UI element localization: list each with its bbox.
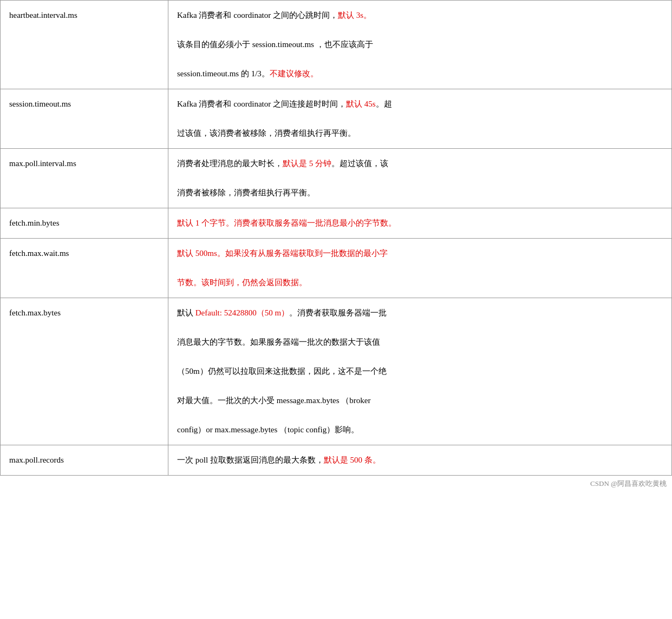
table-row: max.poll.records一次 poll 拉取数据返回消息的最大条数，默认…: [1, 445, 672, 476]
config-value-cell: Kafka 消费者和 coordinator 之间的心跳时间，默认 3s。该条目…: [168, 1, 672, 89]
table-row: fetch.max.bytes默认 Default: 52428800（50 m…: [1, 298, 672, 445]
config-value-cell: Kafka 消费者和 coordinator 之间连接超时时间，默认 45s。超…: [168, 89, 672, 149]
red-text: 默认是 500 条。: [324, 456, 381, 464]
red-text: 默认是 5 分钟: [283, 159, 331, 168]
config-value-cell: 一次 poll 拉取数据返回消息的最大条数，默认是 500 条。: [168, 445, 672, 476]
red-text: 默认 1 个字节。消费者获取服务器端一批消息最小的字节数。: [177, 219, 396, 227]
config-key-cell: max.poll.interval.ms: [1, 149, 168, 208]
red-text: 默认 45s: [346, 100, 376, 108]
table-row: fetch.max.wait.ms默认 500ms。如果没有从服务器端获取到一批…: [1, 239, 672, 298]
red-text: 默认 500ms。如果没有从服务器端获取到一批数据的最小字: [177, 249, 388, 258]
config-value-cell: 默认 500ms。如果没有从服务器端获取到一批数据的最小字节数。该时间到，仍然会…: [168, 239, 672, 298]
config-value-cell: 默认 Default: 52428800（50 m）。消费者获取服务器端一批消息…: [168, 298, 672, 445]
table-row: session.timeout.msKafka 消费者和 coordinator…: [1, 89, 672, 149]
config-value-cell: 默认 1 个字节。消费者获取服务器端一批消息最小的字节数。: [168, 208, 672, 239]
footer-bar: CSDN @阿昌喜欢吃黄桃: [0, 476, 672, 491]
config-key-cell: fetch.max.wait.ms: [1, 239, 168, 298]
config-key-cell: session.timeout.ms: [1, 89, 168, 149]
table-row: heartbeat.interval.msKafka 消费者和 coordina…: [1, 1, 672, 89]
config-key-cell: heartbeat.interval.ms: [1, 1, 168, 89]
config-key-cell: fetch.min.bytes: [1, 208, 168, 239]
config-value-cell: 消费者处理消息的最大时长，默认是 5 分钟。超过该值，该消费者被移除，消费者组执…: [168, 149, 672, 208]
main-table-container: heartbeat.interval.msKafka 消费者和 coordina…: [0, 0, 672, 491]
red-text: 节数。该时间到，仍然会返回数据。: [177, 278, 307, 287]
config-key-cell: max.poll.records: [1, 445, 168, 476]
red-text: Default: 52428800（50 m）: [195, 308, 289, 317]
table-row: max.poll.interval.ms消费者处理消息的最大时长，默认是 5 分…: [1, 149, 672, 208]
red-text: 默认 3s。: [338, 11, 371, 19]
config-table: heartbeat.interval.msKafka 消费者和 coordina…: [0, 0, 672, 476]
config-key-cell: fetch.max.bytes: [1, 298, 168, 445]
table-row: fetch.min.bytes默认 1 个字节。消费者获取服务器端一批消息最小的…: [1, 208, 672, 239]
red-text: 不建议修改。: [270, 69, 318, 78]
